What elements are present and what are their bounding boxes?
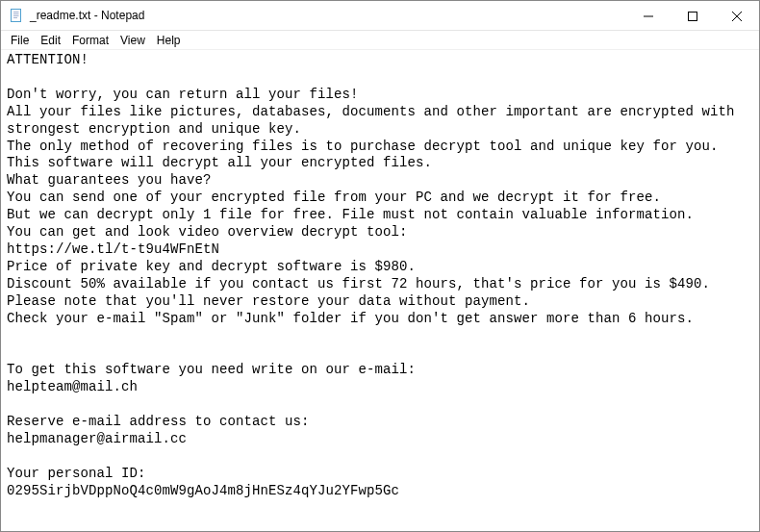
notepad-icon <box>9 8 24 23</box>
maximize-button[interactable] <box>671 1 715 31</box>
menu-edit[interactable]: Edit <box>35 32 66 49</box>
titlebar[interactable]: _readme.txt - Notepad <box>1 1 759 31</box>
menu-help[interactable]: Help <box>151 32 187 49</box>
svg-rect-6 <box>689 12 697 20</box>
maximize-icon <box>688 12 697 21</box>
window-controls <box>626 1 759 30</box>
notepad-window: _readme.txt - Notepad File Edit Format V… <box>0 0 760 532</box>
menu-view[interactable]: View <box>114 32 151 49</box>
minimize-icon <box>644 12 653 21</box>
close-icon <box>732 12 742 21</box>
window-title: _readme.txt - Notepad <box>30 9 144 22</box>
menu-format[interactable]: Format <box>66 32 114 49</box>
minimize-button[interactable] <box>626 1 671 31</box>
text-area[interactable]: ATTENTION! Don't worry, you can return a… <box>1 50 759 531</box>
svg-rect-0 <box>12 10 21 22</box>
menubar: File Edit Format View Help <box>1 31 759 50</box>
menu-file[interactable]: File <box>5 32 35 49</box>
close-button[interactable] <box>715 1 759 31</box>
